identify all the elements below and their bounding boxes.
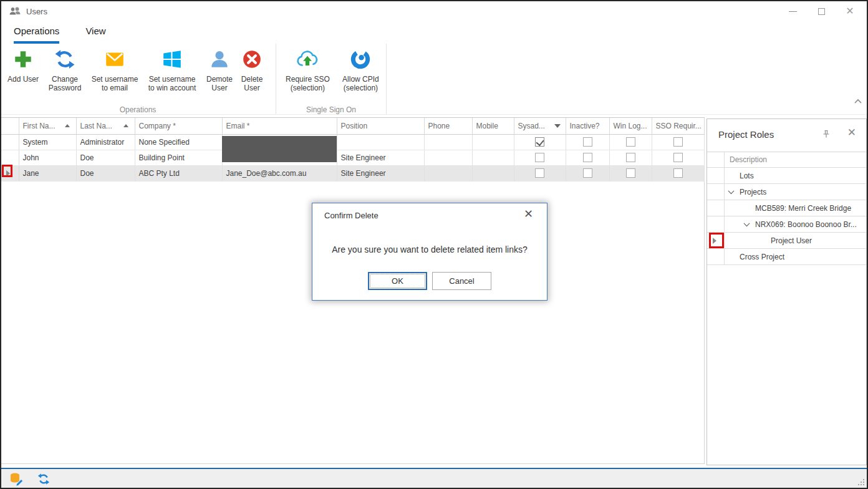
table-row-selected[interactable]: Jane Doe ABC Pty Ltd Jane_Doe@abc.com.au… <box>1 165 704 181</box>
column-header-position[interactable]: Position <box>337 118 424 134</box>
checkbox[interactable] <box>673 137 683 147</box>
column-header-phone[interactable]: Phone <box>424 118 472 134</box>
checkbox[interactable] <box>626 137 635 147</box>
cell-email[interactable]: Jane_Doe@abc.com.au <box>222 165 337 181</box>
cell-inactive[interactable] <box>566 150 609 165</box>
column-label: Email * <box>226 122 250 130</box>
tab-view[interactable]: View <box>85 26 105 44</box>
button-label: to email <box>102 84 128 92</box>
cell-win-login[interactable] <box>609 150 652 165</box>
checkbox[interactable] <box>583 168 592 178</box>
tree-row-mcb589[interactable]: MCB589: Merri Creek Bridge <box>707 200 866 216</box>
change-password-button[interactable]: Change Password <box>42 47 87 92</box>
column-header-inactive[interactable]: Inactive? <box>566 118 609 134</box>
minimize-button[interactable] <box>778 2 807 21</box>
tree-row-projects[interactable]: Projects <box>707 184 866 200</box>
column-header-mobile[interactable]: Mobile <box>472 118 514 134</box>
column-label: Sysad... <box>518 122 545 130</box>
tree-row-indicator <box>707 200 725 216</box>
column-header-win-login[interactable]: Win Log... <box>609 118 652 134</box>
set-username-to-win-account-button[interactable]: Set username to win account <box>142 47 202 92</box>
checkbox[interactable] <box>583 137 592 147</box>
tab-operations[interactable]: Operations <box>14 26 59 44</box>
cell-sso-required[interactable] <box>652 134 704 150</box>
cell-last-name[interactable]: Doe <box>76 165 135 181</box>
delete-user-button[interactable]: Delete User <box>237 47 267 92</box>
cell-first-name[interactable]: Jane <box>19 165 76 181</box>
dialog-title: Confirm Delete <box>324 211 379 220</box>
cell-inactive[interactable] <box>566 165 609 181</box>
cell-phone[interactable] <box>424 134 472 150</box>
checkbox[interactable] <box>535 153 544 162</box>
dialog-close-button[interactable]: ✕ <box>524 208 533 220</box>
column-header-sysadmin[interactable]: Sysad... <box>514 118 566 134</box>
cancel-button[interactable]: Cancel <box>432 272 491 290</box>
pin-panel-button[interactable] <box>821 129 831 139</box>
demote-user-button[interactable]: Demote User <box>202 47 237 92</box>
cell-last-name[interactable]: Administrator <box>76 134 135 150</box>
cell-sso-required[interactable] <box>652 165 704 181</box>
tree-row-project-user[interactable]: Project User <box>707 233 866 249</box>
filter-dropdown-icon[interactable] <box>554 124 561 128</box>
cell-first-name[interactable]: System <box>19 134 76 150</box>
table-row[interactable]: John Doe Building Point Site Engineer <box>1 150 704 165</box>
cell-sysadmin[interactable] <box>514 150 566 165</box>
checkbox[interactable] <box>626 153 635 162</box>
cell-phone[interactable] <box>424 165 472 181</box>
cell-position[interactable]: Site Engineer <box>337 150 424 165</box>
close-button[interactable]: ✕ <box>836 2 864 21</box>
cell-mobile[interactable] <box>472 150 514 165</box>
resize-grip[interactable] <box>857 478 864 485</box>
cell-position[interactable] <box>337 134 424 150</box>
cell-inactive[interactable] <box>566 134 609 150</box>
tree-row-nrx069[interactable]: NRX069: Boonoo Boonoo Br... <box>707 216 866 233</box>
edit-database-button[interactable] <box>9 472 24 489</box>
cell-first-name[interactable]: John <box>19 150 76 165</box>
cell-last-name[interactable]: Doe <box>76 150 135 165</box>
column-header-last-name[interactable]: Last Na... <box>76 118 135 134</box>
ok-button[interactable]: OK <box>368 272 427 290</box>
refresh-button[interactable] <box>37 473 50 488</box>
maximize-button[interactable] <box>807 2 836 21</box>
collapse-ribbon-button[interactable] <box>852 95 864 108</box>
window-title: Users <box>26 7 47 16</box>
checkbox[interactable] <box>673 168 683 178</box>
checkbox[interactable] <box>535 137 544 147</box>
column-header-first-name[interactable]: First Na... <box>19 118 76 134</box>
tree-row-cross-project[interactable]: Cross Project <box>707 249 866 265</box>
cell-sysadmin[interactable] <box>514 165 566 181</box>
close-panel-button[interactable]: ✕ <box>847 127 856 138</box>
cell-win-login[interactable] <box>609 165 652 181</box>
row-indicator-header <box>1 118 19 134</box>
column-label: Mobile <box>476 122 498 130</box>
cell-sysadmin[interactable] <box>514 134 566 150</box>
table-row[interactable]: System Administrator None Specified <box>1 134 704 150</box>
cell-win-login[interactable] <box>609 134 652 150</box>
cell-mobile[interactable] <box>472 165 514 181</box>
checkbox[interactable] <box>583 153 592 162</box>
checkbox[interactable] <box>673 153 683 162</box>
allow-cpid-button[interactable]: Allow CPId (selection) <box>335 47 386 92</box>
chevron-down-icon[interactable] <box>728 188 733 193</box>
cell-sso-required[interactable] <box>652 150 704 165</box>
column-header-email[interactable]: Email * <box>222 118 337 134</box>
column-label: Win Log... <box>614 122 647 130</box>
chevron-down-icon[interactable] <box>744 221 749 226</box>
column-header-sso-required[interactable]: SSO Requir... <box>652 118 704 134</box>
add-user-button[interactable]: Add User <box>4 47 42 92</box>
checkbox[interactable] <box>626 168 635 178</box>
panel-title: Project Roles <box>718 129 774 140</box>
cell-company[interactable]: Building Point <box>135 150 222 165</box>
tree-indicator-column <box>707 152 725 167</box>
cell-company[interactable]: ABC Pty Ltd <box>135 165 222 181</box>
tree-row-lots[interactable]: Lots <box>707 168 866 184</box>
column-header-company[interactable]: Company * <box>135 118 222 134</box>
button-label: Delete <box>241 75 263 84</box>
checkbox[interactable] <box>535 168 544 178</box>
cell-phone[interactable] <box>424 150 472 165</box>
cell-mobile[interactable] <box>472 134 514 150</box>
set-username-to-email-button[interactable]: Set username to email <box>87 47 142 92</box>
require-sso-button[interactable]: Require SSO (selection) <box>280 47 335 92</box>
cell-position[interactable]: Site Engineer <box>337 165 424 181</box>
cell-company[interactable]: None Specified <box>135 134 222 150</box>
